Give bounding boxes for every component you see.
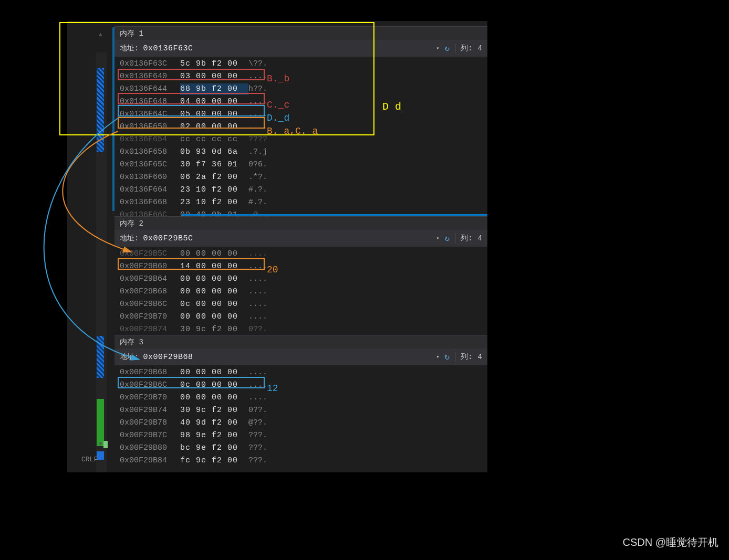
memory-row[interactable]: 0x0136F64468 9b f2 00h??. — [114, 83, 487, 96]
memory-row[interactable]: 0x0136F654cc cc cc cc???? — [114, 133, 487, 146]
memory-rows: 0x00F29B6800 00 00 00.... 0x00F29B6C0c 0… — [114, 365, 487, 468]
memory-panel-3: 内存 3 地址: 0x00F29B68 ▾ ↻ 列: 4 0x00F29B680… — [114, 335, 487, 468]
memory-row[interactable]: 0x00F29B6C0c 00 00 00.... — [114, 298, 487, 311]
dropdown-icon[interactable]: ▾ — [436, 45, 440, 51]
columns-value[interactable]: 4 — [478, 44, 482, 52]
memory-row[interactable]: 0x0136F66823 10 f2 00#.?. — [114, 196, 487, 209]
memory-row[interactable]: 0x00F29B7C98 9e f2 00???. — [114, 429, 487, 442]
panel-title: 内存 2 — [114, 216, 487, 230]
minimap[interactable] — [96, 52, 107, 472]
panel-title: 内存 3 — [114, 335, 487, 348]
scroll-indicator — [112, 27, 114, 211]
address-label: 地址: — [120, 352, 139, 362]
memory-row[interactable]: 0x0136F64804 00 00 00.... — [114, 96, 487, 108]
columns-label: 列: — [461, 234, 472, 243]
panel-divider — [182, 214, 487, 216]
memory-row[interactable]: 0x00F29B7840 9d f2 00@??. — [114, 417, 487, 429]
scroll-down-icon[interactable]: ▼ — [99, 441, 102, 447]
memory-row[interactable]: 0x00F29B7430 9c f2 000??. — [114, 323, 487, 336]
columns-label: 列: — [461, 44, 472, 53]
divider — [455, 352, 455, 362]
memory-row[interactable]: 0x0136F66423 10 f2 00#.?. — [114, 184, 487, 196]
dropdown-icon[interactable]: ▾ — [436, 354, 440, 360]
columns-value[interactable]: 4 — [478, 234, 482, 242]
scroll-up-icon[interactable]: ▲ — [99, 31, 102, 38]
address-input[interactable]: 0x00F29B68 — [143, 353, 193, 362]
memory-panel-1: 内存 1 地址: 0x0136F63C ▾ ↻ 列: 4 0x0136F63C5… — [114, 26, 487, 223]
memory-row[interactable]: 0x00F29B6C0c 00 00 00.... — [114, 379, 487, 392]
memory-row[interactable]: 0x00F29B7000 00 00 00.... — [114, 392, 487, 404]
status-crlf[interactable]: CRLF — [81, 456, 98, 463]
memory-row[interactable]: 0x0136F64C05 00 00 00.... — [114, 108, 487, 121]
memory-row[interactable]: 0x0136F66006 2a f2 00.*?. — [114, 171, 487, 184]
columns-value[interactable]: 4 — [478, 353, 482, 361]
watermark: CSDN @睡觉待开机 — [622, 535, 718, 550]
memory-row[interactable]: 0x00F29B6800 00 00 00.... — [114, 366, 487, 379]
divider — [455, 234, 455, 243]
memory-row[interactable]: 0x00F29B6014 00 00 00.... — [114, 260, 487, 273]
memory-panel-2: 内存 2 地址: 0x00F29B5C ▾ ↻ 列: 4 0x00F29B5C0… — [114, 216, 487, 337]
address-label: 地址: — [120, 234, 139, 243]
refresh-icon[interactable]: ↻ — [445, 233, 450, 244]
memory-row[interactable]: 0x00F29B6800 00 00 00.... — [114, 286, 487, 298]
refresh-icon[interactable]: ↻ — [445, 352, 450, 362]
columns-label: 列: — [461, 352, 472, 362]
divider — [455, 44, 455, 53]
address-input[interactable]: 0x00F29B5C — [143, 234, 193, 243]
refresh-icon[interactable]: ↻ — [445, 43, 450, 54]
address-bar: 地址: 0x00F29B68 ▾ ↻ 列: 4 — [114, 348, 487, 365]
address-label: 地址: — [120, 44, 139, 53]
panel-title: 内存 1 — [114, 26, 487, 40]
memory-row[interactable]: 0x0136F63C5c 9b f2 00\??. — [114, 58, 487, 70]
memory-row[interactable]: 0x0136F64003 00 00 00.... — [114, 70, 487, 83]
address-bar: 地址: 0x00F29B5C ▾ ↻ 列: 4 — [114, 230, 487, 247]
memory-row[interactable]: 0x0136F65002 00 00 00.... — [114, 121, 487, 133]
memory-row[interactable]: 0x00F29B5C00 00 00 00.... — [114, 248, 487, 260]
address-input[interactable]: 0x0136F63C — [143, 44, 193, 53]
memory-row[interactable]: 0x00F29B6400 00 00 00.... — [114, 273, 487, 286]
memory-row[interactable]: 0x00F29B7430 9c f2 000??. — [114, 404, 487, 417]
address-bar: 地址: 0x0136F63C ▾ ↻ 列: 4 — [114, 40, 487, 57]
dropdown-icon[interactable]: ▾ — [436, 235, 440, 241]
memory-row[interactable]: 0x00F29B80bc 9e f2 00???. — [114, 442, 487, 455]
memory-row[interactable]: 0x00F29B7000 00 00 00.... — [114, 311, 487, 323]
ide-container: 内存 1 地址: 0x0136F63C ▾ ↻ 列: 4 0x0136F63C5… — [67, 21, 487, 472]
memory-row[interactable]: 0x0136F65C30 f7 36 010?6. — [114, 159, 487, 171]
memory-row[interactable]: 0x00F29B84fc 9e f2 00???. — [114, 455, 487, 467]
memory-rows: 0x00F29B5C00 00 00 00.... 0x00F29B6014 0… — [114, 247, 487, 337]
memory-rows: 0x0136F63C5c 9b f2 00\??. 0x0136F64003 0… — [114, 57, 487, 223]
memory-row[interactable]: 0x0136F6580b 93 0d 6a.?.j — [114, 146, 487, 159]
